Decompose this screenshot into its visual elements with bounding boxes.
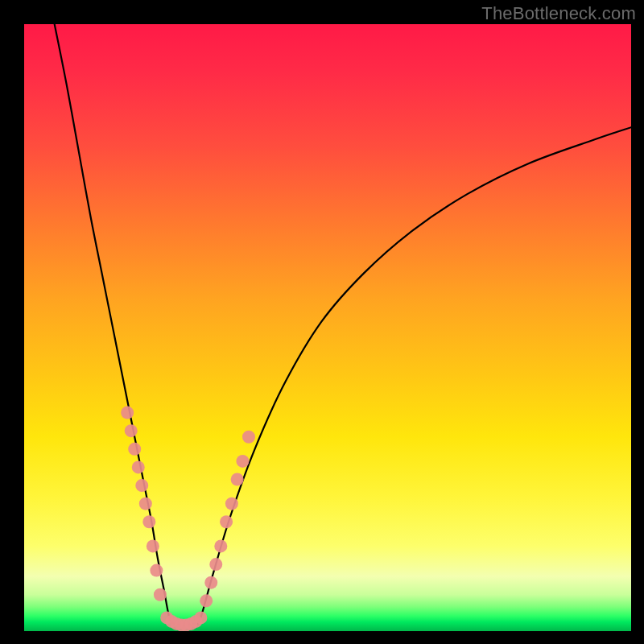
data-dot-right bbox=[200, 594, 213, 607]
data-dot-right bbox=[225, 497, 238, 510]
chart-svg bbox=[24, 24, 631, 631]
plot-area bbox=[24, 24, 631, 631]
data-dot-left bbox=[125, 424, 138, 437]
data-dot-right bbox=[231, 473, 244, 486]
data-dot-right bbox=[220, 515, 233, 528]
data-dot-left bbox=[121, 407, 134, 419]
data-dot-right bbox=[209, 558, 222, 571]
data-dot-left bbox=[147, 539, 159, 552]
data-dot-left bbox=[128, 443, 141, 456]
data-dot-left bbox=[135, 479, 148, 492]
watermark-text: TheBottleneck.com bbox=[481, 3, 636, 24]
data-dot-right bbox=[242, 431, 255, 444]
chart-stage: TheBottleneck.com bbox=[0, 0, 644, 644]
data-dot-left bbox=[139, 497, 152, 510]
data-dot-bottom bbox=[194, 611, 207, 624]
dots-layer bbox=[121, 407, 255, 631]
data-dot-right bbox=[236, 455, 249, 468]
data-dot-left bbox=[154, 588, 167, 601]
data-dot-left bbox=[132, 460, 145, 473]
bottleneck-curve bbox=[55, 24, 631, 625]
data-dot-left bbox=[142, 515, 155, 528]
data-dot-right bbox=[214, 539, 227, 552]
curve-layer bbox=[55, 24, 631, 625]
data-dot-right bbox=[204, 576, 217, 589]
data-dot-left bbox=[150, 564, 163, 577]
